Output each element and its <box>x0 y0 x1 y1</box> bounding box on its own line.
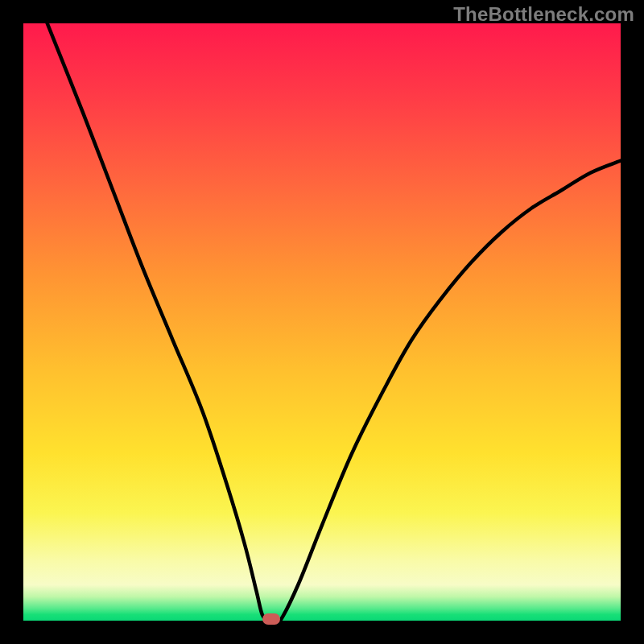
plot-area <box>23 23 621 621</box>
optimal-point-marker <box>262 613 280 625</box>
bottleneck-curve <box>23 23 621 621</box>
chart-frame: TheBottleneck.com <box>0 0 644 644</box>
watermark-text: TheBottleneck.com <box>453 3 634 26</box>
